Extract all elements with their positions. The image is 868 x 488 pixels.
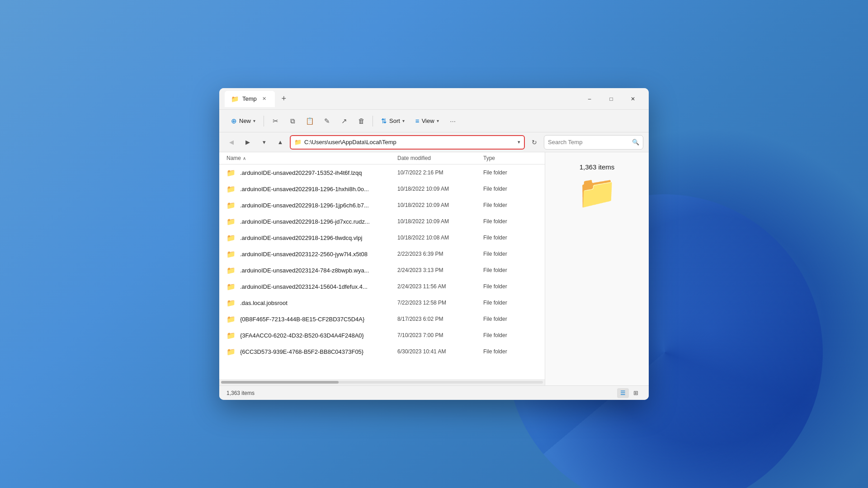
tab-area: 📁 Temp ✕ + — [225, 91, 579, 107]
file-name: {3FA4ACC0-6202-4D32-B520-63D4A4F248A0} — [240, 332, 397, 339]
file-date: 2/24/2023 11:56 AM — [397, 283, 483, 290]
details-view-button[interactable]: ⊞ — [630, 388, 642, 398]
refresh-button[interactable]: ↻ — [528, 136, 541, 149]
new-chevron-icon: ▾ — [253, 118, 255, 123]
file-row[interactable]: 📁 .arduinoIDE-unsaved2022918-1296-tlwdcq… — [219, 230, 545, 246]
file-row[interactable]: 📁 .arduinoIDE-unsaved202297-15352-ih4t6f… — [219, 164, 545, 181]
rename-button[interactable]: ✎ — [319, 113, 335, 129]
back-button[interactable]: ◀ — [225, 136, 238, 149]
file-row[interactable]: 📁 .das.local.jobsroot 7/22/2023 12:58 PM… — [219, 295, 545, 311]
address-dropdown-icon[interactable]: ▾ — [518, 139, 520, 145]
detail-item-count: 1,363 items — [580, 163, 615, 171]
file-date: 6/30/2023 10:41 AM — [397, 348, 483, 355]
status-item-count: 1,363 items — [226, 390, 255, 396]
sort-arrow-icon: ∧ — [243, 156, 246, 161]
file-date: 2/24/2023 3:13 PM — [397, 267, 483, 273]
tab-label: Temp — [242, 95, 257, 102]
list-view-button[interactable]: ☰ — [617, 388, 629, 398]
folder-icon: 📁 — [226, 282, 236, 291]
sort-label: Sort — [389, 117, 400, 124]
file-type: File folder — [483, 300, 538, 306]
detail-panel: 1,363 items 📁 — [545, 152, 649, 385]
folder-icon: 📁 — [226, 331, 236, 340]
folder-icon: 📁 — [226, 266, 236, 275]
horizontal-scrollbar[interactable] — [219, 379, 545, 385]
tab-close-button[interactable]: ✕ — [260, 95, 269, 103]
file-row[interactable]: 📁 {3FA4ACC0-6202-4D32-B520-63D4A4F248A0}… — [219, 327, 545, 343]
detail-folder-icon: 📁 — [577, 176, 617, 208]
search-box[interactable]: 🔍 — [544, 135, 643, 150]
file-name: .das.local.jobsroot — [240, 300, 397, 306]
file-row[interactable]: 📁 .arduinoIDE-unsaved2022918-1296-1jp6ch… — [219, 197, 545, 213]
sort-icon: ⇅ — [381, 117, 387, 125]
view-button[interactable]: ≡ View ▾ — [411, 113, 443, 129]
folder-icon: 📁 — [226, 234, 236, 242]
file-row[interactable]: 📁 .arduinoIDE-unsaved2022918-1296-1hxhi8… — [219, 181, 545, 197]
address-box[interactable]: 📁 ▾ — [290, 135, 525, 150]
tab-folder-icon: 📁 — [231, 95, 239, 103]
file-name: {0B8F465F-7213-444B-8E15-CF2BD37C5D4A} — [240, 316, 397, 323]
new-button[interactable]: ⊕ New ▾ — [226, 113, 260, 129]
folder-icon: 📁 — [226, 347, 236, 356]
copy-button[interactable]: ⧉ — [285, 113, 300, 129]
toolbar-separator-2 — [373, 116, 373, 127]
folder-icon: 📁 — [226, 250, 236, 258]
hscroll-thumb[interactable] — [221, 381, 339, 384]
file-type: File folder — [483, 348, 538, 355]
file-type: File folder — [483, 186, 538, 192]
file-row[interactable]: 📁 .arduinoIDE-unsaved2023122-2560-jyw7l4… — [219, 246, 545, 262]
file-name: .arduinoIDE-unsaved2022918-1296-jd7xcc.r… — [240, 218, 397, 225]
file-row[interactable]: 📁 {0B8F465F-7213-444B-8E15-CF2BD37C5D4A}… — [219, 311, 545, 327]
toolbar-separator-1 — [264, 116, 264, 127]
file-type: File folder — [483, 267, 538, 273]
history-button[interactable]: ▾ — [257, 136, 271, 149]
delete-button[interactable]: 🗑 — [354, 113, 369, 129]
maximize-button[interactable]: □ — [601, 92, 622, 106]
search-icon: 🔍 — [632, 139, 639, 145]
file-row[interactable]: 📁 {6CC3D573-939E-4768-B5F2-BB8C04373F05}… — [219, 343, 545, 360]
file-date: 8/17/2023 6:02 PM — [397, 316, 483, 322]
share-button[interactable]: ↗ — [336, 113, 352, 129]
up-button[interactable]: ▲ — [274, 136, 287, 149]
file-list-body: 📁 .arduinoIDE-unsaved202297-15352-ih4t6f… — [219, 164, 545, 379]
file-type: File folder — [483, 169, 538, 176]
file-row[interactable]: 📁 .arduinoIDE-unsaved2023124-15604-1dfef… — [219, 278, 545, 295]
file-list-area: Name ∧ Date modified Type 📁 .arduinoIDE-… — [219, 152, 545, 385]
tab-temp[interactable]: 📁 Temp ✕ — [225, 91, 275, 107]
toolbar: ⊕ New ▾ ✂ ⧉ 📋 ✎ ↗ 🗑 ⇅ Sort ▾ ≡ View ▾ ··… — [219, 110, 649, 132]
col-date-header[interactable]: Date modified — [397, 155, 483, 161]
file-type: File folder — [483, 332, 538, 338]
file-date: 10/18/2022 10:09 AM — [397, 218, 483, 225]
window-controls: – □ ✕ — [579, 92, 643, 106]
col-type-header[interactable]: Type — [483, 155, 538, 161]
search-input[interactable] — [548, 139, 629, 145]
file-type: File folder — [483, 316, 538, 322]
tab-add-button[interactable]: + — [277, 92, 291, 106]
file-date: 10/18/2022 10:09 AM — [397, 186, 483, 192]
address-input[interactable] — [304, 139, 515, 145]
more-button[interactable]: ··· — [445, 113, 461, 129]
file-row[interactable]: 📁 .arduinoIDE-unsaved2023124-784-z8bwpb.… — [219, 262, 545, 278]
file-name: .arduinoIDE-unsaved202297-15352-ih4t6f.l… — [240, 169, 397, 176]
view-icon: ≡ — [415, 117, 420, 125]
forward-button[interactable]: ▶ — [241, 136, 255, 149]
explorer-window: 📁 Temp ✕ + – □ ✕ ⊕ New ▾ ✂ ⧉ 📋 ✎ ↗ 🗑 ⇅ S… — [219, 88, 649, 400]
file-date: 7/22/2023 12:58 PM — [397, 300, 483, 306]
file-date: 10/18/2022 10:08 AM — [397, 235, 483, 241]
close-button[interactable]: ✕ — [623, 92, 643, 106]
status-view-buttons: ☰ ⊞ — [617, 388, 642, 398]
cut-button[interactable]: ✂ — [268, 113, 283, 129]
file-row[interactable]: 📁 .arduinoIDE-unsaved2022918-1296-jd7xcc… — [219, 213, 545, 230]
addressbar-row: ◀ ▶ ▾ ▲ 📁 ▾ ↻ 🔍 — [219, 132, 649, 152]
paste-button[interactable]: 📋 — [302, 113, 317, 129]
new-label: New — [239, 117, 251, 124]
file-type: File folder — [483, 283, 538, 290]
minimize-button[interactable]: – — [579, 92, 600, 106]
file-type: File folder — [483, 202, 538, 208]
file-date: 2/22/2023 6:39 PM — [397, 251, 483, 257]
file-date: 10/7/2022 2:16 PM — [397, 169, 483, 176]
sort-button[interactable]: ⇅ Sort ▾ — [377, 113, 409, 129]
col-name-header[interactable]: Name ∧ — [226, 155, 397, 161]
folder-icon: 📁 — [226, 201, 236, 210]
file-name: .arduinoIDE-unsaved2022918-1296-tlwdcq.v… — [240, 235, 397, 241]
